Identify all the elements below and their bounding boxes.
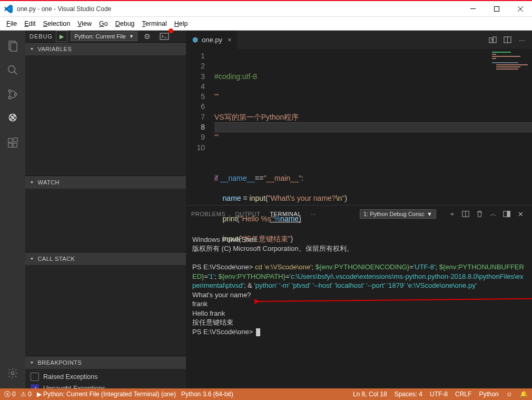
- svg-point-4: [8, 66, 15, 73]
- status-notifications-icon[interactable]: 🔔: [520, 391, 528, 398]
- window-maximize-button[interactable]: [485, 1, 508, 16]
- svg-rect-9: [8, 139, 12, 142]
- svg-rect-1: [494, 6, 499, 11]
- run-button[interactable]: ▶: [56, 31, 67, 42]
- status-run-config[interactable]: ▶ Python: Current File (Integrated Termi…: [37, 391, 176, 398]
- split-editor-icon[interactable]: [500, 33, 514, 47]
- python-file-icon: ⬢: [191, 36, 199, 44]
- svg-point-7: [14, 93, 17, 96]
- svg-rect-22: [492, 62, 518, 63]
- debug-label: DEBUG: [29, 33, 53, 40]
- svg-rect-14: [160, 33, 169, 40]
- breakpoint-raised-exceptions[interactable]: Raised Exceptions: [31, 371, 181, 383]
- status-bar: ⓧ 0 ⚠ 0 ▶ Python: Current File (Integrat…: [0, 388, 532, 400]
- menu-debug[interactable]: Debug: [112, 19, 138, 28]
- search-icon[interactable]: [0, 59, 25, 81]
- svg-rect-23: [496, 64, 528, 65]
- close-tab-icon[interactable]: ×: [228, 36, 232, 44]
- svg-rect-3: [11, 43, 17, 51]
- debug-side-panel: DEBUG ▶ Python: Current File▼ ⚙ ▼VARIABL…: [25, 31, 186, 388]
- line-number-gutter: 12345678910: [186, 49, 214, 205]
- svg-rect-20: [492, 56, 520, 57]
- vscode-logo-icon: [4, 4, 13, 14]
- svg-rect-18: [492, 52, 511, 53]
- status-python-version[interactable]: Python 3.6 (64-bit): [181, 391, 233, 398]
- menu-view[interactable]: View: [74, 19, 95, 28]
- svg-rect-0: [470, 8, 476, 9]
- debug-toolbar: DEBUG ▶ Python: Current File▼ ⚙: [25, 31, 186, 42]
- status-errors[interactable]: ⓧ 0 ⚠ 0: [4, 390, 32, 399]
- svg-point-6: [8, 96, 11, 99]
- window-title: one.py - one - Visual Studio Code: [17, 5, 111, 13]
- compare-changes-icon[interactable]: [486, 33, 499, 47]
- code-editor[interactable]: 12345678910 #coding:utf-8 ''' VS写的第一个Pyt…: [186, 49, 532, 205]
- annotation-arrow-icon: [254, 296, 532, 307]
- svg-point-5: [8, 90, 11, 92]
- debug-settings-gear-icon[interactable]: ⚙: [141, 31, 154, 42]
- menu-edit[interactable]: Edit: [21, 19, 39, 28]
- editor-tab-bar: ⬢ one.py × ···: [186, 31, 532, 49]
- activity-bar: [0, 31, 25, 388]
- watch-section-header[interactable]: ▼WATCH: [25, 176, 186, 189]
- breakpoints-section-header[interactable]: ▼BREAKPOINTS: [25, 356, 186, 369]
- terminal-panel: PROBLEMS OUTPUT TERMINAL ··· 1: Python D…: [186, 205, 532, 388]
- svg-rect-19: [492, 54, 496, 55]
- variables-section-header[interactable]: ▼VARIABLES: [25, 43, 186, 55]
- svg-rect-10: [8, 143, 12, 147]
- svg-point-13: [11, 372, 14, 375]
- window-minimize-button[interactable]: [461, 1, 485, 16]
- svg-rect-21: [492, 58, 496, 59]
- svg-rect-16: [493, 37, 496, 43]
- status-encoding[interactable]: UTF-8: [430, 391, 448, 398]
- debug-config-select[interactable]: Python: Current File▼: [71, 32, 137, 41]
- menu-terminal[interactable]: Terminal: [139, 19, 170, 28]
- editor-tab-onepy[interactable]: ⬢ one.py ×: [186, 31, 238, 49]
- svg-rect-11: [13, 143, 17, 147]
- status-language[interactable]: Python: [479, 391, 498, 398]
- status-indentation[interactable]: Spaces: 4: [395, 391, 422, 398]
- terminal-output[interactable]: Windows PowerShell 版权所有 (C) Microsoft Co…: [186, 222, 532, 388]
- more-actions-icon[interactable]: ···: [515, 33, 529, 47]
- svg-rect-15: [489, 38, 492, 43]
- editor-area: ⬢ one.py × ··· 12345678910 #coding:utf-8…: [186, 31, 532, 388]
- status-feedback-icon[interactable]: ☺: [506, 391, 513, 398]
- debug-icon[interactable]: [0, 108, 25, 130]
- status-cursor-position[interactable]: Ln 8, Col 18: [353, 391, 387, 398]
- svg-rect-24: [496, 66, 520, 67]
- menu-selection[interactable]: Selection: [40, 19, 73, 28]
- debug-console-icon[interactable]: [157, 31, 171, 42]
- minimap[interactable]: [492, 51, 531, 98]
- svg-rect-25: [496, 69, 518, 70]
- menu-bar: File Edit Selection View Go Debug Termin…: [0, 17, 532, 31]
- callstack-section-header[interactable]: ▼CALL STACK: [25, 252, 186, 265]
- tab-label: one.py: [202, 36, 222, 44]
- menu-help[interactable]: Help: [171, 19, 191, 28]
- menu-file[interactable]: File: [3, 19, 20, 28]
- menu-go[interactable]: Go: [96, 19, 111, 28]
- status-eol[interactable]: CRLF: [455, 391, 471, 398]
- window-title-bar: one.py - one - Visual Studio Code: [0, 0, 532, 17]
- settings-gear-icon[interactable]: [0, 362, 25, 384]
- source-control-icon[interactable]: [0, 83, 25, 105]
- svg-rect-12: [14, 138, 17, 142]
- extensions-icon[interactable]: [0, 132, 25, 154]
- explorer-icon[interactable]: [0, 35, 25, 57]
- svg-line-29: [259, 298, 532, 301]
- window-close-button[interactable]: [508, 1, 532, 16]
